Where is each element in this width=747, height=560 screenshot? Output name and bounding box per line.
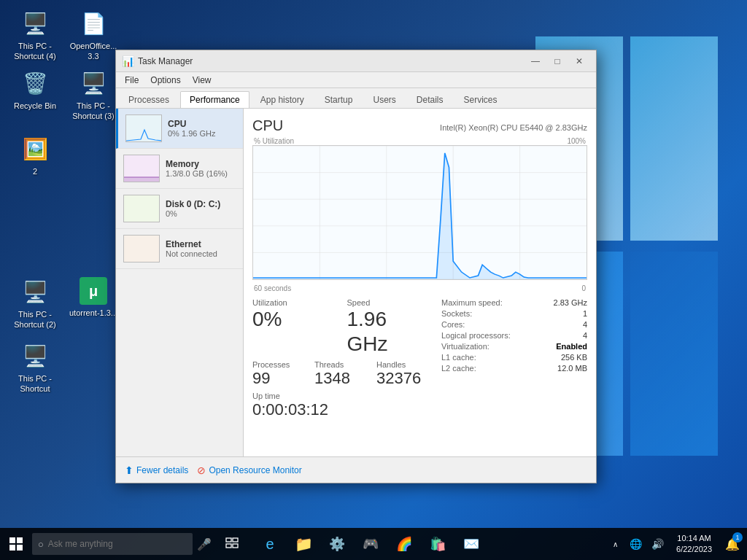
l1-key: L1 cache:: [441, 353, 476, 362]
tray-clock[interactable]: 10:14 AM 6/22/2023: [670, 528, 718, 560]
taskbar-pinned-icons: e 📁 ⚙️ 🎮 🌈 🛍️ ✉️: [254, 528, 487, 560]
task-manager-icon: 📊: [122, 55, 133, 67]
cpu-header: CPU Intel(R) Xeon(R) CPU E5440 @ 2.83GHz: [252, 117, 587, 134]
sockets-row: Sockets: 1: [441, 309, 587, 318]
menu-options[interactable]: Options: [144, 74, 186, 87]
logical-row: Logical processors: 4: [441, 331, 587, 340]
resource-ethernet[interactable]: Ethernet Not connected: [116, 229, 243, 269]
utilization-stat: Utilization 0%: [252, 298, 338, 356]
menu-file[interactable]: File: [119, 74, 144, 87]
disk-mini-svg: [124, 195, 160, 222]
desktop-icon-openoffice[interactable]: 📄 OpenOffice...3.3: [64, 6, 123, 65]
desktop-icon-this-pc-2[interactable]: 🖥️ This PC -Shortcut (2): [6, 274, 64, 333]
recycle-bin-label: Recycle Bin: [9, 101, 61, 111]
mid-stats: Processes 99 Threads 1348 Handles 32376: [252, 360, 433, 388]
cpu-chart: [252, 145, 587, 280]
utilization-chart-label: % Utilization: [254, 137, 294, 145]
speed-value: 1.96 GHz: [347, 307, 433, 356]
tray-network-icon[interactable]: 🌐: [625, 528, 646, 560]
stats-section: Utilization 0% Speed 1.96 GHz Processes: [252, 298, 433, 419]
chart-100-label: 100%: [567, 137, 586, 145]
mail-icon-btn[interactable]: ✉️: [455, 528, 487, 560]
cpu-title: CPU: [252, 117, 283, 134]
photos-icon-btn[interactable]: 🌈: [388, 528, 420, 560]
cpu-model: Intel(R) Xeon(R) CPU E5440 @ 2.83GHz: [440, 123, 587, 132]
cpu-mini-graph: [125, 114, 162, 142]
virt-val: Enabled: [556, 342, 587, 351]
tab-performance[interactable]: Performance: [180, 91, 249, 108]
desktop-icon-this-pc-3[interactable]: 🖥️ This PC -Shortcut (3): [64, 66, 123, 125]
logical-val: 4: [583, 331, 587, 340]
info-section: Maximum speed: 2.83 GHz Sockets: 1 Cores…: [441, 298, 587, 419]
tray-speaker-icon[interactable]: 🔊: [647, 528, 667, 560]
tray-chevron[interactable]: ∧: [608, 528, 622, 560]
edge-icon-btn[interactable]: e: [254, 528, 286, 560]
memory-value: 1.3/8.0 GB (16%): [166, 169, 236, 178]
cpu-value: 0% 1.96 GHz: [168, 129, 236, 138]
start-button[interactable]: [0, 528, 32, 560]
tab-users[interactable]: Users: [363, 91, 405, 108]
open-resmon-button[interactable]: ⊘ Open Resource Monitor: [197, 464, 301, 476]
memory-mini-svg: [124, 155, 160, 182]
desktop: 🖥️ This PC - Shortcut (4) 📄 OpenOffice..…: [0, 0, 747, 560]
speed-stat: Speed 1.96 GHz: [347, 298, 433, 356]
store-icon-btn[interactable]: 🛍️: [422, 528, 454, 560]
ethernet-name: Ethernet: [166, 239, 236, 249]
fewer-details-button[interactable]: ⬆ Fewer details: [125, 464, 188, 476]
ethernet-info: Ethernet Not connected: [166, 239, 236, 258]
close-button[interactable]: ✕: [568, 50, 590, 72]
max-speed-row: Maximum speed: 2.83 GHz: [441, 298, 587, 307]
uptime-value: 0:00:03:12: [252, 400, 433, 419]
search-input[interactable]: [48, 539, 165, 549]
task-view-button[interactable]: [216, 528, 248, 560]
tab-app-history[interactable]: App history: [251, 91, 314, 108]
resmon-icon: ⊘: [197, 464, 206, 476]
notification-button[interactable]: 🔔 1: [721, 528, 744, 560]
desktop-icon-recycle-bin[interactable]: 🗑️ Recycle Bin: [6, 66, 64, 114]
menu-view[interactable]: View: [187, 74, 217, 87]
cores-val: 4: [583, 320, 587, 329]
processes-stat: Processes 99: [252, 360, 309, 388]
mic-button[interactable]: 🎤: [193, 528, 216, 560]
tab-details[interactable]: Details: [407, 91, 453, 108]
resource-memory[interactable]: Memory 1.3/8.0 GB (16%): [116, 149, 243, 189]
tab-startup[interactable]: Startup: [315, 91, 363, 108]
tab-processes[interactable]: Processes: [119, 91, 179, 108]
desktop-icon-this-pc-4[interactable]: 🖥️ This PC - Shortcut (4): [6, 6, 64, 65]
window-title: Task Manager: [138, 56, 525, 66]
utorrent-icon: μ: [80, 277, 107, 305]
speed-label: Speed: [347, 298, 433, 307]
xbox-icon-btn[interactable]: 🎮: [355, 528, 387, 560]
desktop-icon-this-shortcut[interactable]: 🖥️ This PC -Shortcut: [6, 338, 64, 397]
ethernet-mini-svg: [124, 236, 160, 262]
settings-icon-btn[interactable]: ⚙️: [321, 528, 353, 560]
desktop-icon-utorrent[interactable]: μ utorrent-1.3...: [64, 274, 123, 321]
task-view-icon: [225, 537, 239, 551]
this-pc-3-icon: 🖥️: [79, 69, 108, 98]
start-icon: [9, 537, 23, 551]
disk-info: Disk 0 (D: C:) 0%: [166, 199, 236, 218]
this-shortcut-label: This PC -Shortcut: [9, 373, 61, 394]
max-speed-key: Maximum speed:: [441, 298, 503, 307]
resource-cpu[interactable]: CPU 0% 1.96 GHz: [116, 109, 243, 149]
cpu-name: CPU: [168, 119, 236, 129]
tab-services[interactable]: Services: [454, 91, 507, 108]
maximize-button[interactable]: □: [546, 50, 568, 72]
cpu-info: CPU 0% 1.96 GHz: [168, 119, 236, 138]
taskbar-search-box[interactable]: ○: [32, 533, 193, 555]
processes-value: 99: [252, 369, 309, 388]
explorer-icon-btn[interactable]: 📁: [287, 528, 320, 560]
cpu-mini-svg: [126, 115, 162, 142]
desktop-icon-photo[interactable]: 🖼️ 2: [6, 131, 64, 179]
minimize-button[interactable]: —: [525, 50, 546, 72]
main-content: CPU 0% 1.96 GHz Memory 1.3/8.0 GB (1: [116, 109, 596, 456]
resource-disk[interactable]: Disk 0 (D: C:) 0%: [116, 189, 243, 229]
ethernet-value: Not connected: [166, 249, 236, 258]
chart-x-label: 60 seconds: [254, 284, 291, 292]
l1-row: L1 cache: 256 KB: [441, 353, 587, 362]
window-titlebar: 📊 Task Manager — □ ✕: [116, 50, 596, 72]
chart-bottom-labels: 60 seconds 0: [252, 284, 587, 292]
uptime-block: Up time 0:00:03:12: [252, 392, 433, 419]
processes-label: Processes: [252, 360, 309, 369]
fewer-details-label: Fewer details: [136, 465, 188, 475]
